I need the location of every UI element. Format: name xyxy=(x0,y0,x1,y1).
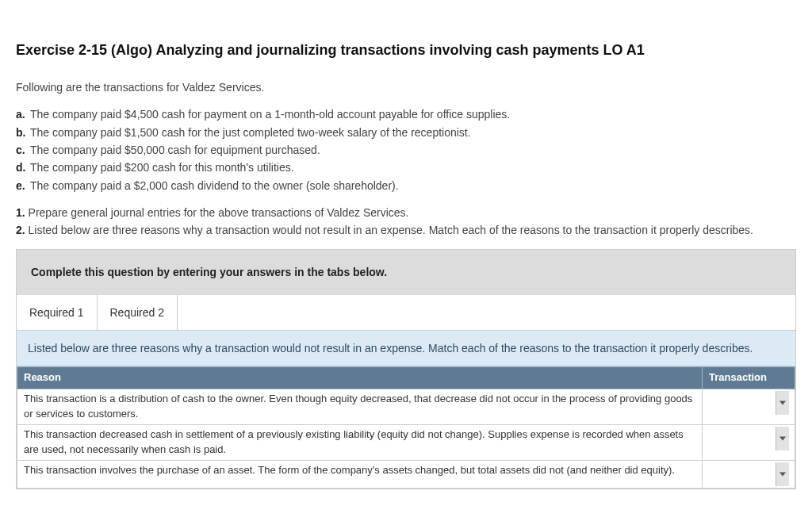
svg-marker-2 xyxy=(779,472,786,476)
item-text: Listed below are three reasons why a tra… xyxy=(29,224,753,236)
list-item: c.The company paid $50,000 cash for equi… xyxy=(16,142,796,158)
intro-text: Following are the transactions for Valde… xyxy=(16,79,796,95)
list-item: 2. Listed below are three reasons why a … xyxy=(16,222,796,238)
item-label: 2. xyxy=(16,222,25,238)
col-transaction: Transaction xyxy=(703,367,795,389)
chevron-down-icon xyxy=(776,391,789,415)
transaction-dropdown[interactable] xyxy=(709,463,788,485)
item-label: a. xyxy=(16,106,30,122)
svg-marker-0 xyxy=(779,401,786,405)
tab-required-2[interactable]: Required 2 xyxy=(98,295,178,330)
list-item: a.The company paid $4,500 cash for payme… xyxy=(16,106,796,122)
reason-cell: This transaction is a distribution of ca… xyxy=(17,389,703,425)
item-text: The company paid a $2,000 cash dividend … xyxy=(30,179,399,192)
table-row: This transaction is a distribution of ca… xyxy=(17,389,795,425)
tabs-row: Required 1 Required 2 xyxy=(17,295,795,331)
tab-prompt: Listed below are three reasons why a tra… xyxy=(17,331,795,366)
panel-header: Complete this question by entering your … xyxy=(17,250,795,294)
list-item: 1. Prepare general journal entries for t… xyxy=(16,205,796,220)
item-text: The company paid $50,000 cash for equipm… xyxy=(30,144,320,156)
page-title: Exercise 2-15 (Algo) Analyzing and journ… xyxy=(16,40,796,60)
list-item: b.The company paid $1,500 cash for the j… xyxy=(16,125,796,140)
list-item: e.The company paid a $2,000 cash dividen… xyxy=(16,178,796,194)
transaction-dropdown[interactable] xyxy=(709,392,788,414)
col-reason: Reason xyxy=(17,367,703,389)
item-text: The company paid $200 cash for this mont… xyxy=(30,161,294,174)
item-label: c. xyxy=(16,142,30,158)
task-list: 1. Prepare general journal entries for t… xyxy=(16,205,796,239)
transaction-cell xyxy=(703,460,795,488)
item-label: d. xyxy=(16,159,30,175)
item-text: The company paid $4,500 cash for payment… xyxy=(30,108,510,121)
table-row: This transaction decreased cash in settl… xyxy=(17,424,795,460)
item-label: b. xyxy=(16,125,30,140)
table-row: This transaction involves the purchase o… xyxy=(17,460,795,488)
transaction-cell xyxy=(703,424,795,460)
transaction-dropdown[interactable] xyxy=(709,427,788,450)
item-text: The company paid $1,500 cash for the jus… xyxy=(30,126,471,139)
list-item: d.The company paid $200 cash for this mo… xyxy=(16,159,796,175)
reason-cell: This transaction involves the purchase o… xyxy=(17,460,703,488)
answer-panel: Complete this question by entering your … xyxy=(16,249,796,489)
tab-required-1[interactable]: Required 1 xyxy=(17,295,98,330)
item-label: 1. xyxy=(16,205,25,220)
chevron-down-icon xyxy=(776,462,789,486)
reason-table: Reason Transaction This transaction is a… xyxy=(17,366,795,488)
reason-cell: This transaction decreased cash in settl… xyxy=(17,424,703,460)
chevron-down-icon xyxy=(776,427,789,450)
item-text: Prepare general journal entries for the … xyxy=(29,206,409,219)
transaction-list: a.The company paid $4,500 cash for payme… xyxy=(16,106,796,193)
item-label: e. xyxy=(16,178,30,194)
transaction-cell xyxy=(703,389,795,425)
svg-marker-1 xyxy=(779,436,786,440)
